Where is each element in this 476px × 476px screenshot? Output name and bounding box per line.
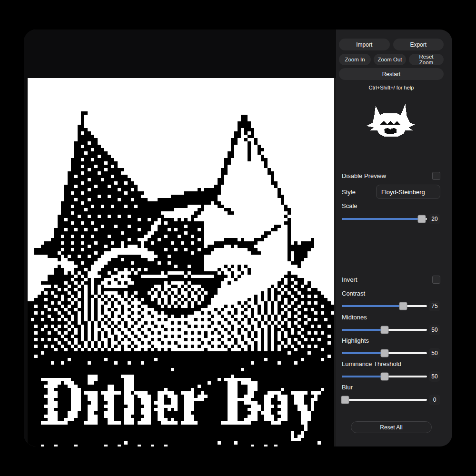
- disable-preview-checkbox[interactable]: [432, 172, 440, 180]
- zoom-out-button[interactable]: Zoom Out: [374, 54, 406, 65]
- blur-label: Blur: [342, 384, 353, 391]
- style-label: Style: [342, 188, 356, 196]
- scale-slider-row: 20: [342, 214, 440, 224]
- scale-slider-track[interactable]: [342, 218, 427, 220]
- style-row: Style Floyd-Steinberg: [342, 185, 440, 199]
- zoom-button-row: Zoom In Zoom Out Reset Zoom: [339, 54, 444, 65]
- import-button[interactable]: Import: [339, 39, 390, 50]
- highlights-slider-track[interactable]: [342, 352, 427, 354]
- highlights-label: Highlights: [342, 337, 369, 344]
- midtones-slider-row: 50: [342, 325, 440, 335]
- reset-zoom-button[interactable]: Reset Zoom: [409, 54, 444, 65]
- app-window: Import Export Zoom In Zoom Out Reset Zoo…: [24, 30, 452, 446]
- midtones-slider-value: 50: [429, 325, 440, 335]
- style-dropdown-value: Floyd-Steinberg: [381, 188, 425, 196]
- image-viewer: [24, 30, 336, 446]
- luminance-threshold-slider-track[interactable]: [342, 376, 427, 377]
- scale-label: Scale: [342, 202, 357, 209]
- reset-all-button[interactable]: Reset All: [351, 421, 432, 433]
- invert-label: Invert: [342, 276, 357, 283]
- contrast-label: Contrast: [342, 290, 365, 297]
- preview-canvas[interactable]: [28, 78, 334, 446]
- highlights-slider-value: 50: [429, 348, 440, 358]
- contrast-slider-track[interactable]: [342, 305, 427, 307]
- invert-checkbox[interactable]: [432, 276, 440, 284]
- blur-slider-track[interactable]: [342, 399, 427, 401]
- midtones-slider-fill: [342, 329, 385, 331]
- export-button[interactable]: Export: [393, 39, 444, 50]
- viewer-letterbox: [24, 30, 336, 78]
- scale-slider-fill: [342, 218, 422, 220]
- help-text: Ctrl+Shift+/ for help: [339, 85, 444, 90]
- contrast-slider-value: 75: [429, 301, 440, 311]
- style-dropdown[interactable]: Floyd-Steinberg: [376, 185, 440, 199]
- cat-logo-icon: [339, 100, 444, 146]
- midtones-slider-handle[interactable]: [380, 326, 388, 334]
- blur-slider-handle[interactable]: [341, 396, 349, 404]
- contrast-slider-handle[interactable]: [399, 302, 407, 310]
- luminance-threshold-slider-handle[interactable]: [380, 373, 388, 381]
- control-panel: Import Export Zoom In Zoom Out Reset Zoo…: [336, 30, 452, 446]
- contrast-slider-fill: [342, 305, 403, 307]
- highlights-slider-fill: [342, 352, 385, 354]
- viewer-gutter: [24, 30, 28, 446]
- luminance-threshold-label: Luminance Threshold: [342, 360, 401, 367]
- contrast-slider-row: 75: [342, 301, 440, 311]
- luminance-threshold-slider-fill: [342, 376, 385, 377]
- restart-button[interactable]: Restart: [339, 68, 444, 80]
- scale-slider-handle[interactable]: [418, 215, 426, 223]
- midtones-slider-track[interactable]: [342, 329, 427, 331]
- highlights-slider-row: 50: [342, 348, 440, 358]
- luminance-threshold-slider-row: 50: [342, 371, 440, 382]
- blur-slider-value: 0: [429, 395, 440, 405]
- midtones-label: Midtones: [342, 314, 367, 321]
- luminance-threshold-slider-value: 50: [429, 371, 440, 382]
- blur-slider-row: 0: [342, 395, 440, 405]
- highlights-slider-handle[interactable]: [380, 349, 388, 357]
- invert-row: Invert: [342, 275, 440, 284]
- file-button-row: Import Export: [339, 39, 444, 50]
- zoom-in-button[interactable]: Zoom In: [339, 54, 371, 65]
- scale-slider-value: 20: [429, 214, 440, 224]
- disable-preview-row: Disable Preview: [342, 171, 440, 180]
- disable-preview-label: Disable Preview: [342, 172, 386, 179]
